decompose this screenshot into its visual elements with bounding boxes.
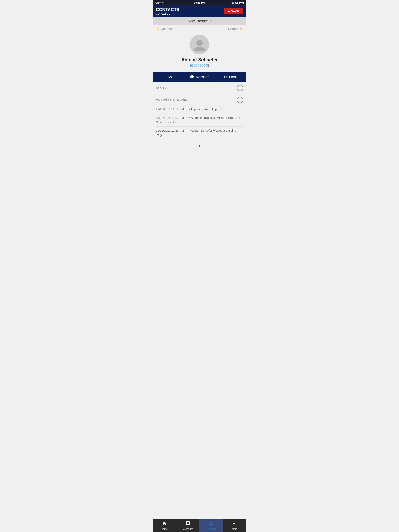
nav-messages[interactable]: Messages [176,519,200,532]
action-buttons: ⠿ Call 💬 Message ✉ Email [153,72,246,82]
more-icon [232,521,237,527]
activity-items: 11/27/2019 12:19 PM ----> Imported From … [153,105,246,142]
svg-point-3 [234,523,235,524]
home-icon [162,521,167,527]
details-button[interactable]: Details ✏️ [228,27,243,31]
battery-icon [239,1,244,4]
activity-item-3: 11/12/2015 12:29 PM ----> Abigail Schaef… [156,127,243,139]
avatar-silhouette [190,35,209,54]
pagination-dot [199,146,200,147]
notes-section: NOTES + [153,82,246,94]
content-spacer [153,151,246,519]
header: CONTACTS Contact List BACK [153,5,246,17]
app-name: CONTACTS [156,7,180,12]
carrier-label: Carrier [155,1,164,4]
activity-stream-header: ACTIVITY STREAM + [153,94,246,105]
pencil-icon: ✏️ [239,27,243,31]
email-button[interactable]: ✉ Email [215,72,246,82]
pagination [153,142,246,151]
svg-point-4 [236,523,236,524]
call-icon: ⠿ [163,75,166,79]
activity-item-2: 11/12/2015 12:29 PM ----> Added to Invoi… [156,114,243,127]
contact-phone[interactable]: 9698280049 [190,64,209,68]
email-label: Email [229,75,238,79]
call-label: Call [168,75,174,79]
message-button[interactable]: 💬 Message [184,72,215,82]
time-label: 10:18 PM [194,1,205,4]
status-bar: Carrier 10:18 PM 100% [153,0,246,5]
nav-more-label: More [232,528,237,531]
bottom-nav: Home Messages Contacts More [153,519,246,532]
battery-area: 100% [232,1,244,4]
add-activity-icon: + [239,98,241,102]
contact-section: Abigail Schaefer 9698280049 [153,33,246,72]
nav-home[interactable]: Home [153,519,176,532]
notes-label: NOTES [156,86,167,90]
nav-home-label: Home [161,528,167,531]
message-label: Message [196,75,209,79]
add-activity-button[interactable]: + [237,97,243,103]
avatar [190,35,209,54]
message-icon: 💬 [190,75,194,79]
nav-more[interactable]: More [223,519,246,532]
call-button[interactable]: ⠿ Call [153,72,184,82]
contacts-icon [209,521,213,527]
header-subtitle: Contact List [156,12,180,15]
lightning-icon: ⚡ [156,27,160,31]
actions-button[interactable]: ⚡ Actions [156,27,172,31]
svg-point-1 [194,47,205,51]
nav-contacts-label: Contacts [206,528,216,531]
battery-percent: 100% [232,1,238,4]
svg-point-0 [196,40,203,46]
nav-messages-label: Messages [183,528,193,531]
svg-point-2 [233,523,234,524]
header-title: CONTACTS Contact List [156,7,180,15]
back-button[interactable]: BACK [224,8,243,14]
section-title: New Prospects [153,17,246,25]
activity-stream-label: ACTIVITY STREAM [156,98,187,102]
activity-item-1: 11/27/2019 12:19 PM ----> Imported From … [156,105,243,114]
nav-contacts[interactable]: Contacts [200,519,223,532]
add-note-icon: + [239,86,241,90]
add-note-button[interactable]: + [237,85,243,91]
actions-label: Actions [161,27,172,31]
messages-icon [186,521,190,527]
details-label: Details [228,27,238,31]
actions-details-row: ⚡ Actions Details ✏️ [153,25,246,33]
contact-name: Abigail Schaefer [181,57,218,63]
email-icon: ✉ [224,75,227,79]
